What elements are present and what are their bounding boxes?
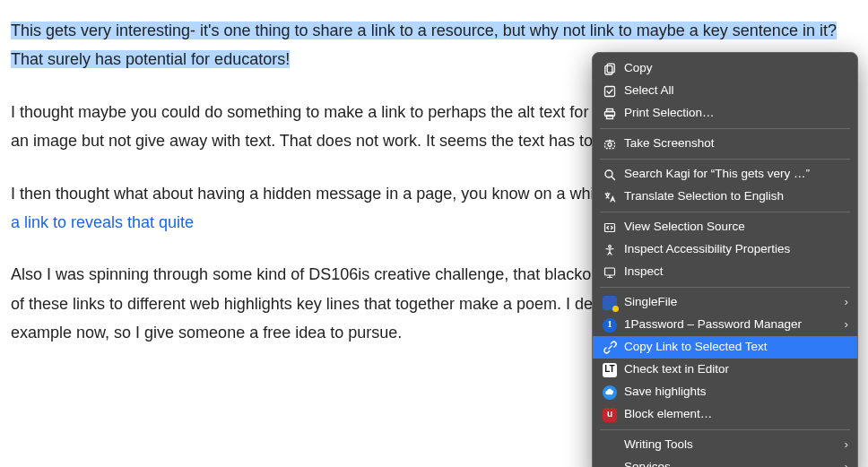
menu-label: Take Screenshot: [624, 136, 848, 151]
link-icon: [602, 340, 618, 356]
cloud-icon: [602, 385, 618, 401]
menu-item-inspect[interactable]: Inspect: [593, 261, 857, 283]
menu-item-select-all[interactable]: Select All: [593, 80, 857, 102]
svg-rect-5: [607, 115, 613, 118]
menu-item-1password[interactable]: 1 1Password – Password Manager ›: [593, 314, 857, 336]
menu-label: Search Kagi for “This gets very …”: [624, 167, 848, 182]
context-menu: Copy Select All Print Selection… Take Sc…: [592, 52, 858, 467]
menu-label: Block element…: [624, 407, 848, 422]
menu-item-block-element[interactable]: u Block element…: [593, 403, 857, 426]
chevron-right-icon: ›: [839, 460, 848, 467]
menu-label: Select All: [624, 83, 848, 99]
search-icon: [602, 167, 618, 183]
menu-item-take-screenshot[interactable]: Take Screenshot: [593, 133, 857, 155]
menu-label: Inspect: [624, 264, 848, 280]
inspect-icon: [602, 264, 618, 281]
menu-item-copy[interactable]: Copy: [593, 57, 857, 80]
ublock-icon: u: [602, 407, 618, 423]
menu-item-view-selection-source[interactable]: View Selection Source: [593, 216, 857, 238]
menu-item-translate[interactable]: Translate Selection to English: [593, 186, 857, 208]
print-icon: [602, 106, 618, 122]
menu-label: Check text in Editor: [624, 362, 848, 377]
menu-item-search-kagi[interactable]: Search Kagi for “This gets very …”: [593, 163, 857, 186]
copy-icon: [602, 61, 618, 77]
chevron-right-icon: ›: [839, 317, 848, 333]
select-all-icon: [602, 83, 618, 99]
menu-item-inspect-accessibility[interactable]: Inspect Accessibility Properties: [593, 238, 857, 261]
menu-label: Inspect Accessibility Properties: [624, 242, 848, 257]
menu-label: Print Selection…: [624, 106, 848, 121]
chevron-right-icon: ›: [839, 295, 848, 310]
svg-point-7: [608, 143, 612, 146]
chevron-right-icon: ›: [839, 437, 848, 453]
menu-label: View Selection Source: [624, 220, 848, 235]
svg-rect-2: [605, 86, 615, 96]
menu-label: Services: [624, 460, 839, 467]
svg-rect-1: [605, 65, 612, 74]
svg-point-10: [609, 245, 612, 247]
source-icon: [602, 220, 618, 236]
menu-separator: [600, 287, 850, 288]
menu-item-singlefile[interactable]: SingleFile ›: [593, 291, 857, 314]
svg-rect-0: [607, 64, 614, 73]
menu-item-copy-link-to-selected-text[interactable]: Copy Link to Selected Text: [593, 336, 857, 359]
menu-label: 1Password – Password Manager: [624, 317, 839, 333]
singlefile-icon: [602, 295, 618, 311]
translate-icon: [602, 189, 618, 205]
menu-label: Translate Selection to English: [624, 189, 848, 204]
1password-icon: 1: [602, 317, 618, 333]
menu-label: Copy: [624, 61, 848, 76]
screenshot-icon: [602, 136, 618, 152]
menu-label: Save highlights: [624, 385, 848, 400]
menu-label: Writing Tools: [624, 437, 839, 453]
menu-item-save-highlights[interactable]: Save highlights: [593, 381, 857, 403]
svg-rect-11: [605, 268, 615, 275]
menu-separator: [600, 212, 850, 212]
menu-item-services[interactable]: Services ›: [593, 456, 857, 467]
languagetool-icon: LT: [602, 362, 618, 378]
menu-item-check-text-editor[interactable]: LT Check text in Editor: [593, 359, 857, 381]
menu-item-writing-tools[interactable]: Writing Tools ›: [593, 434, 857, 456]
menu-label: SingleFile: [624, 295, 839, 310]
accessibility-icon: [602, 242, 618, 258]
menu-item-print-selection[interactable]: Print Selection…: [593, 102, 857, 125]
menu-label: Copy Link to Selected Text: [624, 340, 848, 355]
menu-separator: [600, 429, 850, 430]
menu-separator: [600, 159, 850, 160]
menu-separator: [600, 128, 850, 129]
